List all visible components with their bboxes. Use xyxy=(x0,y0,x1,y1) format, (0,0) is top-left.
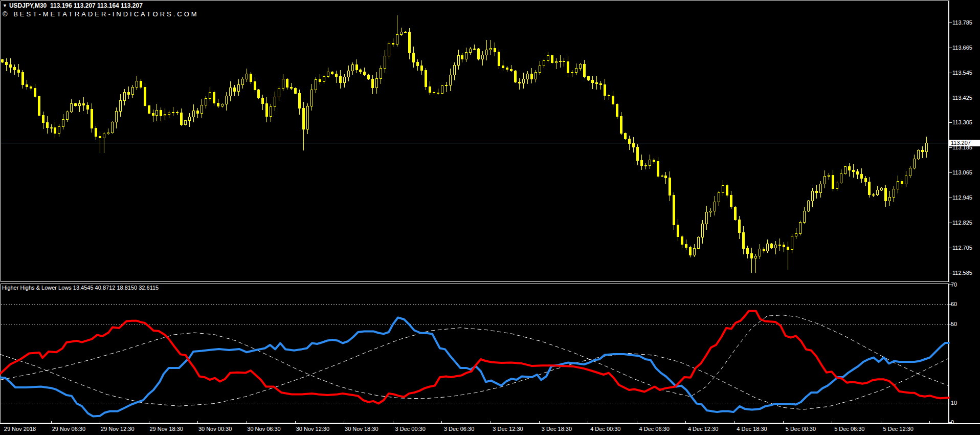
candle-body xyxy=(616,104,618,117)
time-axis-label: 30 Nov 00:30 xyxy=(198,426,232,432)
indicator-axis-label: 50 xyxy=(951,321,957,327)
time-axis-label: 30 Nov 06:30 xyxy=(247,426,280,432)
candle-body xyxy=(739,220,741,232)
candle-body xyxy=(519,82,521,83)
candle-body xyxy=(54,127,56,133)
candle-body xyxy=(596,83,598,84)
candle-body xyxy=(510,69,513,71)
candle-body xyxy=(734,207,737,220)
candle-body xyxy=(600,84,602,85)
candle-body xyxy=(914,159,916,168)
candle-body xyxy=(91,109,93,128)
candle-body xyxy=(18,70,20,72)
watermark-text: © BEST-METATRADER-INDICATORS.COM xyxy=(3,10,199,18)
candle-body xyxy=(726,185,728,195)
time-axis-label: 30 Nov 12:30 xyxy=(296,426,329,432)
candle-body xyxy=(706,212,708,224)
candle-body xyxy=(209,92,211,98)
candle-body xyxy=(66,112,69,119)
candle-body xyxy=(2,59,4,62)
candle-body xyxy=(258,90,260,98)
chart-canvas[interactable] xyxy=(0,0,980,435)
candle-body xyxy=(490,49,492,50)
time-axis-label: 4 Dec 12:30 xyxy=(688,426,718,432)
candle-body xyxy=(685,245,687,247)
candle-body xyxy=(641,160,643,165)
candle-body xyxy=(506,68,508,69)
price-axis-label: 112.945 xyxy=(952,194,972,201)
time-axis-label: 4 Dec 18:30 xyxy=(737,426,767,432)
time-axis-label: 4 Dec 00:30 xyxy=(590,426,620,432)
price-axis-label: 113.785 xyxy=(952,19,972,26)
candle-body xyxy=(83,104,85,105)
candle-body xyxy=(730,195,732,207)
candle-body xyxy=(376,79,378,88)
candle-body xyxy=(795,233,797,236)
candle-body xyxy=(331,72,333,74)
candle-body xyxy=(458,55,460,65)
candle-body xyxy=(213,92,215,103)
time-axis-label: 29 Nov 12:30 xyxy=(101,426,134,432)
candle-body xyxy=(531,74,533,79)
candle-body xyxy=(344,77,346,82)
candle-body xyxy=(832,175,834,188)
time-axis-label: 3 Dec 18:30 xyxy=(542,426,572,432)
candle-body xyxy=(103,134,105,138)
candle-body xyxy=(629,139,631,144)
candle-body xyxy=(132,87,134,94)
candle-body xyxy=(645,166,647,166)
candle-body xyxy=(323,76,325,81)
current-price-label: 113.207 xyxy=(949,140,980,146)
candle-body xyxy=(755,256,757,258)
candle-body xyxy=(470,49,472,52)
candle-body xyxy=(246,74,248,79)
candle-body xyxy=(751,253,753,258)
candle-body xyxy=(787,247,789,250)
candle-body xyxy=(620,117,622,134)
candle-body xyxy=(584,64,586,77)
candle-body xyxy=(592,80,594,82)
mt4-chart-window[interactable]: ▼USDJPY,M30 113.196 113.207 113.164 113.… xyxy=(0,0,980,435)
candle-body xyxy=(698,237,700,249)
candle-body xyxy=(368,75,370,79)
candle-body xyxy=(710,211,712,212)
candle-body xyxy=(10,64,12,67)
price-axis-label: 113.545 xyxy=(952,70,972,76)
candle-body xyxy=(527,74,529,79)
candle-body xyxy=(348,71,350,77)
candle-body xyxy=(844,167,847,174)
candle-body xyxy=(42,115,44,122)
candle-body xyxy=(677,225,679,237)
candle-body xyxy=(893,189,895,198)
symbol-ohlc-line: ▼USDJPY,M30 113.196 113.207 113.164 113.… xyxy=(3,2,143,9)
candle-body xyxy=(665,176,667,178)
candle-body xyxy=(669,178,671,195)
candle-body xyxy=(868,182,871,194)
candle-body xyxy=(567,62,569,73)
candle-body xyxy=(494,49,496,52)
candle-body xyxy=(633,144,635,147)
candle-body xyxy=(124,92,126,100)
candle-body xyxy=(270,107,272,117)
time-axis-label: 30 Nov 18:30 xyxy=(345,426,378,432)
candle-body xyxy=(661,176,663,177)
time-axis-label: 29 Nov 2018 xyxy=(4,426,36,432)
candle-body xyxy=(612,96,614,104)
candle-body xyxy=(637,147,639,160)
candle-body xyxy=(372,79,374,88)
candle-body xyxy=(26,85,28,86)
indicator-axis-label: 60 xyxy=(951,301,957,307)
candle-body xyxy=(409,32,411,53)
candle-body xyxy=(608,96,610,96)
candle-body xyxy=(804,211,806,222)
candle-body xyxy=(853,170,855,172)
candle-body xyxy=(535,72,537,79)
candle-body xyxy=(99,137,101,138)
candle-body xyxy=(775,245,777,248)
candle-body xyxy=(79,104,81,106)
symbol-marker-icon: ▼ xyxy=(3,3,7,8)
candle-body xyxy=(144,87,146,106)
indicator-axis-label: 10 xyxy=(951,400,957,406)
candle-body xyxy=(840,174,842,183)
price-axis-label: 112.585 xyxy=(952,270,972,276)
